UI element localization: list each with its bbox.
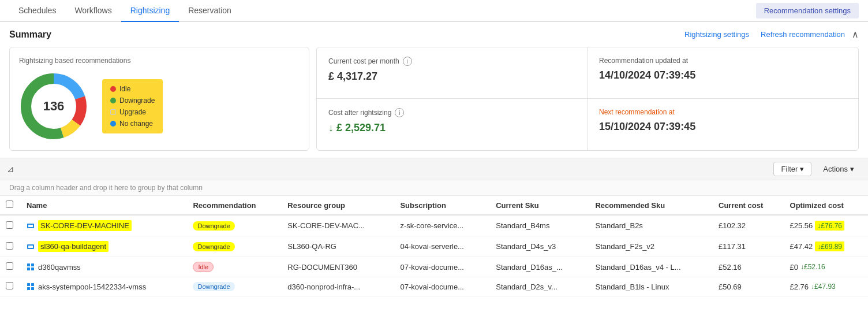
refresh-recommendation-link[interactable]: Refresh recommendation: [761, 30, 845, 39]
toolbar: ⊿ Filter ▾ Actions ▾: [0, 158, 868, 180]
cost-after-info-icon[interactable]: i: [395, 108, 404, 117]
svg-rect-8: [28, 246, 33, 248]
recommendation-settings-button[interactable]: Recommendation settings: [756, 3, 859, 18]
filter-chevron-icon: ▾: [800, 165, 804, 173]
donut-center-value: 136: [43, 99, 65, 114]
tab-rightsizing[interactable]: Rightsizing: [121, 0, 179, 22]
legend-idle-label: Idle: [119, 85, 130, 93]
optimized-cost-cell: £0 ↓£52.16: [784, 257, 868, 277]
current-cost-info-icon[interactable]: i: [403, 57, 412, 66]
legend-upgrade-dot: [110, 109, 116, 115]
svg-rect-6: [28, 225, 33, 227]
rightsizing-settings-link[interactable]: Rightsizing settings: [684, 30, 749, 39]
actions-chevron-icon: ▾: [850, 165, 854, 173]
next-rec-label: Next recommendation at: [599, 108, 675, 116]
summary-section: Summary Rightsizing settings Refresh rec…: [0, 22, 868, 158]
svg-rect-11: [27, 268, 30, 270]
tab-reservation[interactable]: Reservation: [179, 0, 241, 22]
drag-hint: Drag a column header and drop it here to…: [0, 180, 868, 196]
row-checkbox[interactable]: [6, 242, 13, 250]
legend-upgrade-label: Upgrade: [119, 108, 146, 116]
optimized-cost-cell: £2.76 ↓£47.93: [784, 277, 868, 296]
current-sku-cell: Standard_B4ms: [490, 215, 589, 236]
actions-label: Actions: [823, 165, 848, 173]
vmss-icon: [27, 283, 35, 291]
savings-value: ↓£52.16: [800, 263, 825, 271]
col-resource-group: Resource group: [282, 196, 394, 215]
current-sku-cell: Standard_D4s_v3: [490, 236, 589, 257]
actions-button[interactable]: Actions ▾: [816, 162, 861, 176]
current-cost-value: £ 4,317.27: [328, 70, 575, 83]
col-current-cost: Current cost: [713, 196, 784, 215]
metric-cost-after: Cost after rightsizing i ↓ £ 2,529.71: [317, 99, 588, 150]
collapse-button[interactable]: ∧: [852, 29, 859, 40]
savings-value: ↓£47.93: [811, 283, 836, 291]
table-row: aks-systempool-15422334-vmssDowngraded36…: [0, 277, 868, 296]
savings-badge: ↓£76.76: [815, 221, 844, 231]
summary-title: Summary: [9, 29, 684, 40]
subscription-cell: 07-kovai-docume...: [394, 277, 490, 296]
filter-label: Filter: [781, 165, 798, 173]
subscription-cell: 04-kovai-serverle...: [394, 236, 490, 257]
tab-workflows[interactable]: Workflows: [65, 0, 121, 22]
current-sku-cell: Standard_D16as_...: [490, 257, 589, 277]
optimized-cost-cell: £47.42 ↓£69.89: [784, 236, 868, 257]
resource-group-cell: SK-CORE-DEV-MAC...: [282, 215, 394, 236]
cost-after-value: ↓ £ 2,529.71: [328, 122, 575, 134]
optimized-cost-value: £2.76: [790, 283, 809, 291]
row-checkbox[interactable]: [6, 262, 13, 270]
table-container: Name Recommendation Resource group Subsc…: [0, 196, 868, 296]
row-checkbox[interactable]: [6, 221, 13, 229]
optimized-cost-value: £0: [790, 263, 798, 272]
filter-funnel-icon[interactable]: ⊿: [7, 164, 14, 174]
col-recommendation: Recommendation: [187, 196, 282, 215]
col-current-sku: Current Sku: [490, 196, 589, 215]
rec-updated-value: 14/10/2024 07:39:45: [599, 69, 847, 81]
metric-rec-updated: Recommendation updated at 14/10/2024 07:…: [588, 47, 858, 99]
optimized-cost-value: £25.56: [790, 221, 813, 230]
subscription-cell: 07-kovai-docume...: [394, 257, 490, 277]
recommendation-badge: Downgrade: [193, 242, 234, 251]
recommendations-table: Name Recommendation Resource group Subsc…: [0, 196, 868, 296]
recommended-sku-cell: Standard_B2s: [589, 215, 713, 236]
cost-after-label: Cost after rightsizing: [328, 109, 391, 117]
row-name[interactable]: d360qavmss: [38, 263, 81, 272]
current-cost-cell: £102.32: [713, 215, 784, 236]
metrics-grid: Current cost per month i £ 4,317.27 Reco…: [316, 47, 859, 151]
subscription-cell: z-sk-core-service...: [394, 215, 490, 236]
current-cost-cell: £117.31: [713, 236, 784, 257]
current-cost-cell: £52.16: [713, 257, 784, 277]
donut-card-title: Rightsizing based recommendations: [19, 57, 300, 65]
row-name[interactable]: sl360-qa-buildagent: [38, 241, 108, 252]
col-subscription: Subscription: [394, 196, 490, 215]
resource-group-cell: d360-nonprod-infra-...: [282, 277, 394, 296]
legend-downgrade-dot: [110, 98, 116, 103]
row-checkbox[interactable]: [6, 282, 13, 289]
table-row: d360qavmssIdleRG-DOCUMENT36007-kovai-doc…: [0, 257, 868, 277]
svg-rect-9: [27, 263, 30, 266]
donut-chart: 136: [19, 72, 88, 141]
savings-badge: ↓£69.89: [815, 242, 844, 251]
table-row: SK-CORE-DEV-MACHINEDowngradeSK-CORE-DEV-…: [0, 215, 868, 236]
svg-rect-16: [31, 287, 34, 290]
col-optimized-cost: Optimized cost: [784, 196, 868, 215]
svg-rect-12: [31, 268, 34, 270]
legend-nochange-label: No change: [119, 120, 153, 128]
svg-rect-15: [27, 287, 30, 290]
current-cost-cell: £50.69: [713, 277, 784, 296]
filter-button[interactable]: Filter ▾: [773, 162, 811, 176]
rec-updated-label: Recommendation updated at: [599, 57, 688, 65]
svg-rect-10: [31, 263, 34, 266]
tab-schedules[interactable]: Schedules: [9, 0, 65, 22]
top-nav: Schedules Workflows Rightsizing Reservat…: [0, 0, 868, 22]
metric-next-rec: Next recommendation at 15/10/2024 07:39:…: [588, 99, 858, 150]
recommended-sku-cell: Standard_F2s_v2: [589, 236, 713, 257]
recommendation-badge: Downgrade: [193, 282, 234, 291]
recommendation-badge: Idle: [193, 262, 214, 272]
optimized-cost-value: £47.42: [790, 242, 813, 251]
svg-rect-13: [27, 283, 30, 286]
row-name[interactable]: aks-systempool-15422334-vmss: [38, 283, 146, 291]
donut-legend: Idle Downgrade Upgrade No change: [110, 85, 155, 128]
select-all-checkbox[interactable]: [6, 200, 13, 208]
row-name[interactable]: SK-CORE-DEV-MACHINE: [38, 220, 132, 231]
